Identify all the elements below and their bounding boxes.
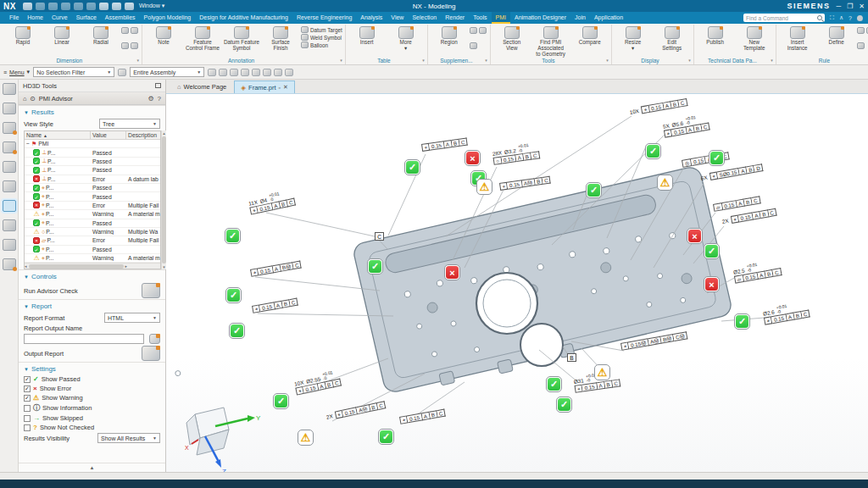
- snap-icon[interactable]: [118, 69, 126, 76]
- selection-tool-icon[interactable]: [241, 69, 249, 76]
- table-row[interactable]: ⚠⌖P...WarningA material m: [25, 254, 160, 263]
- minimize-ribbon-icon[interactable]: ∧: [839, 14, 843, 21]
- checkbox-show-error[interactable]: ✓×Show Error: [19, 384, 165, 393]
- doc-tab-frame-prt[interactable]: ◈Frame.prt▫✕: [234, 80, 295, 93]
- window-close-icon[interactable]: [3, 239, 16, 251]
- check-result-badge[interactable]: ✓: [225, 228, 241, 244]
- check-result-badge[interactable]: ✓: [273, 393, 289, 409]
- model-canvas[interactable]: Y Z X ⌖0.15ABC28XØ3.2+0.01-0○0.15ABC⌖0.1…: [166, 94, 868, 472]
- checkbox-show-information[interactable]: ⓘShow Information: [19, 402, 165, 413]
- settings-gear-icon[interactable]: ⚙: [147, 95, 153, 103]
- copy-icon[interactable]: [74, 3, 83, 10]
- warning-result-badge[interactable]: ⚠: [476, 179, 492, 195]
- col-description[interactable]: Description: [126, 131, 160, 139]
- table-row[interactable]: ✓⌖P...Passed: [25, 184, 160, 192]
- results-section-header[interactable]: ▼Results: [19, 105, 165, 118]
- checkbox-show-warning[interactable]: ✓⚠Show Warning: [19, 393, 165, 402]
- report-output-name-input[interactable]: [24, 334, 144, 344]
- menu-tab-curve[interactable]: Curve: [47, 12, 72, 24]
- menu-tab-tools[interactable]: Tools: [469, 12, 491, 24]
- selection-tool-icon[interactable]: [219, 69, 227, 76]
- ribbon-button-weld-symbol[interactable]: Weld Symbol: [301, 34, 342, 41]
- warning-result-badge[interactable]: ⚠: [594, 364, 610, 380]
- table-row[interactable]: ✓⊥P...Passed: [25, 166, 160, 175]
- datum-flag-b[interactable]: B: [567, 353, 576, 362]
- ribbon-button-edit[interactable]: Edit Settings: [654, 25, 691, 57]
- mini-tool-icon[interactable]: [857, 27, 865, 34]
- table-row[interactable]: ×⊥P...ErrorA datum lab: [25, 175, 160, 184]
- help-question-icon[interactable]: ?: [158, 95, 161, 103]
- close-tab-icon[interactable]: ✕: [283, 84, 288, 91]
- checkbox-show-not-checked[interactable]: ?Show Not Checked: [19, 423, 165, 432]
- ribbon-button-datum-feature[interactable]: Datum Feature Symbol: [223, 25, 260, 57]
- selection-tool-icon[interactable]: [252, 69, 260, 76]
- hd3d-active-icon[interactable]: [3, 200, 16, 212]
- menu-tab-join[interactable]: Join: [570, 12, 590, 24]
- ribbon-button-surface[interactable]: Surface Finish: [262, 25, 299, 57]
- selection-filter-dropdown[interactable]: No Selection Filter▼: [33, 67, 114, 77]
- selection-tool-icon[interactable]: [285, 69, 293, 76]
- open-icon[interactable]: [99, 3, 108, 10]
- orientation-triad[interactable]: Y Z X: [171, 392, 264, 472]
- ribbon-button-new[interactable]: New Template: [736, 25, 773, 57]
- ribbon-button-datum-target[interactable]: Datum Target: [301, 26, 342, 33]
- cut-icon[interactable]: [61, 3, 70, 10]
- menu-dropdown[interactable]: ≡ Menu ▾: [3, 69, 30, 75]
- table-row-root[interactable]: −⚑PMI: [25, 140, 160, 148]
- doc-tab-welcome-page[interactable]: ⌂Welcome Page: [171, 80, 232, 93]
- run-advisor-check-button[interactable]: [142, 283, 160, 298]
- ribbon-button-region[interactable]: Region: [431, 25, 468, 57]
- menu-tab-reverse-engineering[interactable]: Reverse Engineering: [292, 12, 356, 24]
- menu-tab-render[interactable]: Render: [441, 12, 469, 24]
- mini-tool-icon[interactable]: [121, 27, 129, 34]
- ribbon-button-resize[interactable]: Resize ▾: [615, 25, 652, 57]
- output-report-button[interactable]: [142, 346, 160, 361]
- check-result-badge[interactable]: ✓: [404, 159, 420, 175]
- table-row[interactable]: ×⌖P...ErrorMultiple Fail: [25, 202, 160, 210]
- report-section-header[interactable]: ▼Report: [19, 299, 165, 312]
- col-value[interactable]: Value: [91, 131, 126, 139]
- selection-tool-icon[interactable]: [263, 69, 271, 76]
- power-icon[interactable]: ⊙: [31, 95, 36, 103]
- menu-tab-application[interactable]: Application: [590, 12, 627, 24]
- menu-tab-home[interactable]: Home: [23, 12, 47, 24]
- chip-icon[interactable]: [3, 180, 16, 192]
- help-icon[interactable]: ?: [849, 15, 852, 21]
- check-result-badge[interactable]: ✓: [556, 396, 572, 413]
- tool-circle-icon[interactable]: [3, 83, 16, 95]
- close-button[interactable]: ✕: [859, 3, 865, 10]
- ribbon-button-find-pmi-associated[interactable]: Find PMI Associated to Geometry: [532, 25, 570, 57]
- clock-icon[interactable]: [3, 219, 16, 231]
- menu-tab-view[interactable]: View: [387, 12, 408, 24]
- mini-tool-icon[interactable]: [131, 27, 138, 34]
- window-menu[interactable]: Window ▾: [139, 3, 164, 9]
- panel-collapse-arrow[interactable]: ▲: [19, 463, 165, 472]
- check-result-badge[interactable]: ✓: [586, 182, 602, 198]
- ribbon-button-section[interactable]: Section View: [493, 25, 531, 57]
- menu-tab-polygon-modeling[interactable]: Polygon Modeling: [140, 12, 196, 24]
- gear-accent-icon[interactable]: [3, 122, 16, 134]
- fullscreen-icon[interactable]: ⛶: [830, 14, 834, 21]
- check-result-badge[interactable]: ✓: [367, 258, 383, 274]
- ribbon-button-more[interactable]: More ▾: [387, 25, 425, 57]
- checkbox-show-passed[interactable]: ✓✓Show Passed: [19, 374, 165, 384]
- pin-icon[interactable]: ▫: [279, 85, 281, 91]
- ribbon-button-note[interactable]: Note: [145, 25, 182, 57]
- results-visibility-dropdown[interactable]: Show All Results▼: [97, 433, 160, 443]
- table-row[interactable]: ×▱P...ErrorMultiple Fail: [25, 236, 160, 245]
- checkbox-show-skipped[interactable]: →Show Skipped: [19, 413, 165, 423]
- menu-tab-file[interactable]: File: [5, 12, 23, 24]
- ribbon-button-balloon[interactable]: Balloon: [301, 42, 342, 48]
- ribbon-button-publish[interactable]: Publish: [697, 25, 734, 57]
- ribbon-button-compare[interactable]: Compare: [571, 25, 609, 57]
- menu-tab-analysis[interactable]: Analysis: [356, 12, 387, 24]
- selection-tool-icon[interactable]: [274, 69, 282, 76]
- ribbon-button-linear[interactable]: Linear: [43, 25, 81, 57]
- menu-tab-animation-designer[interactable]: Animation Designer: [510, 12, 570, 24]
- paste-icon[interactable]: [86, 3, 96, 10]
- panel-float-icon[interactable]: [155, 83, 161, 88]
- error-result-badge[interactable]: ×: [465, 150, 481, 166]
- ribbon-button-feature[interactable]: Feature Control Frame: [184, 25, 221, 57]
- table-row[interactable]: ✓⌖P...Passed: [25, 219, 160, 228]
- mini-tool-icon[interactable]: [470, 42, 477, 49]
